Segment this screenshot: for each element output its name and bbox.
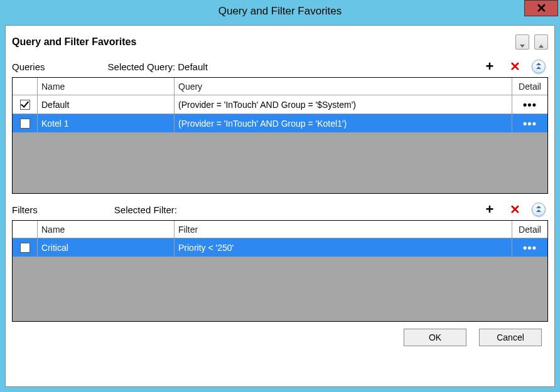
filters-section-header: Filters Selected Filter: + ✕ <box>12 200 548 219</box>
query-row-name[interactable]: Default <box>38 95 175 114</box>
filter-row-checkbox[interactable] <box>20 243 30 253</box>
queries-grid: Name Query Detail Default (Provider = 'I… <box>12 77 548 194</box>
queries-selected-prefix: Selected Query: <box>108 61 176 72</box>
titlebar: Query and Filter Favorites ✕ <box>0 0 560 23</box>
query-row-query[interactable]: (Provider = 'InTouch' AND Group = 'Kotel… <box>175 114 512 132</box>
queries-tools: + ✕ <box>482 58 546 75</box>
queries-header-check[interactable] <box>13 78 38 95</box>
query-row-query[interactable]: (Provider = 'InTouch' AND Group = '$Syst… <box>175 95 512 114</box>
query-row-detail-cell: ••• <box>512 95 547 114</box>
queries-header-name[interactable]: Name <box>38 78 175 95</box>
filters-row[interactable]: Critical Priority < '250' ••• <box>13 238 547 257</box>
filters-header-detail[interactable]: Detail <box>512 221 547 238</box>
add-query-button[interactable]: + <box>482 58 498 75</box>
filters-selected-label: Selected Filter: <box>114 204 177 215</box>
query-row-detail-cell: ••• <box>512 114 547 132</box>
chevron-up-icon <box>536 209 541 212</box>
filters-grid-filler <box>13 257 547 321</box>
filters-tools: + ✕ <box>482 201 546 218</box>
filters-grid: Name Filter Detail Critical Priority < '… <box>12 220 548 322</box>
query-row-checkbox-cell <box>13 95 38 114</box>
filters-selected-prefix: Selected Filter: <box>114 204 177 215</box>
queries-section-header: Queries Selected Query: Default + ✕ <box>12 57 548 76</box>
filters-label: Filters <box>12 204 38 215</box>
import-favorites-icon[interactable] <box>515 34 529 50</box>
add-filter-button[interactable]: + <box>482 201 498 218</box>
query-row-name[interactable]: Kotel 1 <box>38 114 175 132</box>
ok-button[interactable]: OK <box>404 329 466 346</box>
window-title: Query and Filter Favorites <box>0 5 560 18</box>
query-row-checkbox[interactable] <box>20 100 30 110</box>
chevron-up-icon <box>536 206 541 208</box>
queries-row[interactable]: Default (Provider = 'InTouch' AND Group … <box>13 95 547 114</box>
queries-header-detail[interactable]: Detail <box>512 78 547 95</box>
collapse-filters-button[interactable] <box>532 203 546 216</box>
filter-row-detail-cell: ••• <box>512 238 547 257</box>
cancel-button[interactable]: Cancel <box>479 329 542 346</box>
queries-selected-label: Selected Query: Default <box>108 61 208 72</box>
client-area: Query and Filter Favorites Queries Selec… <box>5 25 555 387</box>
export-favorites-icon[interactable] <box>534 34 548 50</box>
dialog-button-row: OK Cancel <box>12 322 548 353</box>
queries-label: Queries <box>12 61 45 72</box>
queries-labels: Queries Selected Query: Default <box>12 61 208 72</box>
query-row-checkbox-cell <box>13 114 38 132</box>
panel-heading: Query and Filter Favorites <box>12 36 136 48</box>
filter-row-filter[interactable]: Priority < '250' <box>175 238 512 257</box>
filter-row-name[interactable]: Critical <box>38 238 175 257</box>
chevron-up-icon <box>536 66 541 69</box>
chevron-up-icon <box>536 63 541 65</box>
filters-header-name[interactable]: Name <box>38 221 175 238</box>
window-chrome: Query and Filter Favorites ✕ Query and F… <box>0 0 560 392</box>
delete-query-button[interactable]: ✕ <box>507 58 523 75</box>
queries-header-query[interactable]: Query <box>175 78 512 95</box>
filters-header-check[interactable] <box>13 221 38 238</box>
filters-labels: Filters Selected Filter: <box>12 204 177 215</box>
panel-heading-row: Query and Filter Favorites <box>12 31 548 53</box>
queries-grid-header: Name Query Detail <box>13 78 547 95</box>
collapse-queries-button[interactable] <box>532 60 546 73</box>
filters-grid-header: Name Filter Detail <box>13 221 547 238</box>
filters-header-filter[interactable]: Filter <box>175 221 512 238</box>
heading-icons <box>515 34 548 50</box>
filter-row-checkbox-cell <box>13 238 38 257</box>
queries-grid-filler <box>13 133 547 193</box>
close-button[interactable]: ✕ <box>524 0 558 16</box>
query-row-checkbox[interactable] <box>20 119 30 129</box>
delete-filter-button[interactable]: ✕ <box>507 201 523 218</box>
queries-selected-value: Default <box>178 61 208 72</box>
queries-row[interactable]: Kotel 1 (Provider = 'InTouch' AND Group … <box>13 114 547 133</box>
close-icon: ✕ <box>536 2 547 14</box>
